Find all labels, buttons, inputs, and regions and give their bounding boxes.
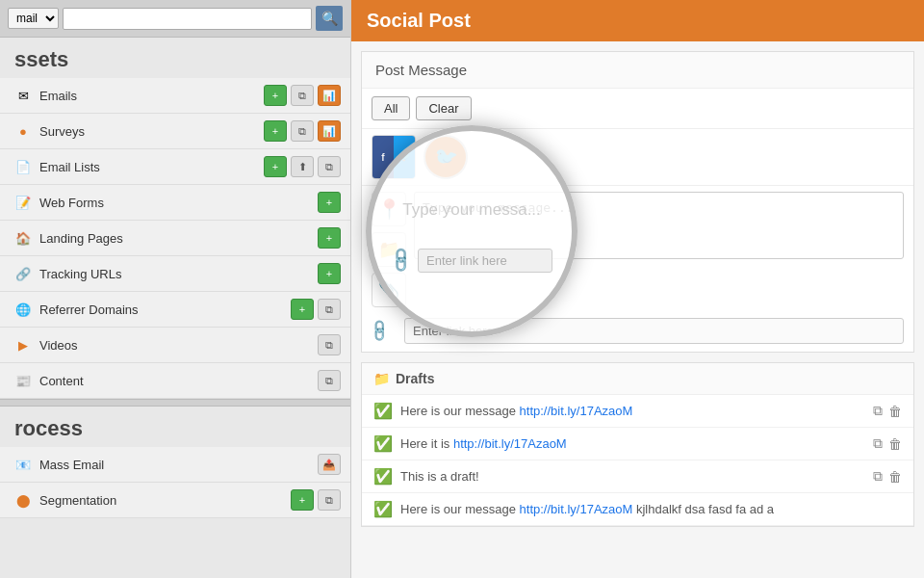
section-divider: [0, 399, 350, 407]
social-icons-column: 📍 📁 📎: [372, 192, 406, 307]
search-button[interactable]: 🔍: [316, 6, 343, 31]
sidebar-item-landing-pages[interactable]: 🏠 Landing Pages +: [0, 221, 350, 256]
sidebar-item-label: Tracking URLs: [39, 267, 318, 281]
sidebar-item-referrer-domains[interactable]: 🌐 Referrer Domains + ⧉: [0, 292, 350, 328]
page-title-bar: Social Post: [351, 0, 924, 41]
sidebar-item-label: Videos: [39, 338, 318, 353]
draft-text: This is a draft!: [400, 469, 865, 484]
sidebar-item-label: Referrer Domains: [39, 302, 291, 317]
sidebar-item-label: Content: [39, 374, 318, 388]
copy-survey-button[interactable]: ⧉: [291, 120, 314, 142]
draft-item: ✅ This is a draft! ⧉ 🗑: [362, 460, 913, 493]
sidebar-item-email-lists[interactable]: 📄 Email Lists + ⬆ ⧉: [0, 149, 350, 185]
sidebar-item-emails[interactable]: ✉ Emails + ⧉ 📊: [0, 78, 350, 114]
sidebar-item-content[interactable]: 📰 Content ⧉: [0, 363, 350, 399]
clear-button[interactable]: Clear: [416, 96, 471, 120]
sidebar-item-segmentation[interactable]: ⬤ Segmentation + ⧉: [0, 483, 350, 518]
chart-email-button[interactable]: 📊: [318, 85, 341, 106]
copy-content-button[interactable]: ⧉: [318, 370, 341, 391]
webform-icon: 📝: [14, 194, 32, 211]
content-panel: Post Message All Clear f 🐦 🐦: [351, 41, 924, 578]
draft-check-icon: ✅: [373, 467, 393, 486]
post-message-toolbar: All Clear: [362, 89, 913, 129]
chart-survey-button[interactable]: 📊: [318, 120, 341, 142]
add-survey-button[interactable]: +: [264, 120, 287, 142]
draft-trash-button[interactable]: 🗑: [888, 435, 902, 452]
link-row: 🔗: [362, 313, 913, 352]
add-segmentation-button[interactable]: +: [291, 489, 314, 511]
sidebar-item-web-forms[interactable]: 📝 Web Forms +: [0, 185, 350, 221]
draft-text: Here it is http://bit.ly/17AzaoM: [400, 436, 865, 451]
search-bar: mail 🔍: [0, 0, 350, 38]
copy-email-button[interactable]: ⧉: [291, 85, 314, 106]
draft-clone-button[interactable]: ⧉: [873, 403, 883, 419]
draft-check-icon: ✅: [373, 402, 393, 420]
social-thumb-fb-tw[interactable]: f 🐦: [372, 135, 416, 179]
draft-trash-button[interactable]: 🗑: [888, 403, 902, 419]
add-referrer-button[interactable]: +: [291, 299, 314, 320]
list-icon: 📄: [14, 158, 32, 175]
add-tracking-button[interactable]: +: [318, 263, 341, 284]
sidebar: mail 🔍 ssets ✉ Emails + ⧉ 📊 ● Surveys + …: [0, 0, 351, 578]
draft-text: Here is our message http://bit.ly/17Azao…: [400, 404, 865, 418]
envelope-icon: ✉: [14, 87, 32, 104]
add-form-button[interactable]: +: [318, 192, 341, 213]
sidebar-item-label: Landing Pages: [39, 231, 318, 246]
draft-text: Here is our message http://bit.ly/17Azao…: [400, 502, 902, 516]
search-input[interactable]: [63, 8, 312, 30]
folder-icon-button[interactable]: 📁: [372, 232, 406, 267]
all-button[interactable]: All: [372, 96, 410, 120]
add-landing-button[interactable]: +: [318, 227, 341, 249]
message-textarea[interactable]: [414, 192, 904, 259]
link-input[interactable]: [404, 318, 904, 344]
copy-list-button[interactable]: ⧉: [318, 156, 341, 177]
content-icon: 📰: [14, 372, 32, 389]
draft-check-icon: ✅: [373, 434, 393, 453]
send-mass-email-button[interactable]: 📤: [318, 454, 341, 475]
social-thumb-orange[interactable]: 🐦: [424, 135, 468, 179]
draft-trash-button[interactable]: 🗑: [888, 468, 902, 485]
search-type-select[interactable]: mail: [8, 8, 59, 29]
text-area-wrapper: [414, 192, 904, 307]
main-content: Social Post Post Message All Clear f 🐦 🐦: [351, 0, 924, 578]
sidebar-item-label: Surveys: [39, 124, 264, 139]
search-icon: 🔍: [321, 11, 338, 26]
survey-icon: ●: [14, 122, 32, 140]
sidebar-item-label: Email Lists: [39, 160, 264, 174]
message-compose-area: 📍 📁 📎: [362, 186, 913, 313]
copy-referrer-button[interactable]: ⧉: [318, 299, 341, 320]
mass-email-icon: 📧: [14, 456, 32, 473]
sidebar-item-label: Mass Email: [39, 458, 318, 472]
drafts-header: 📁 Drafts: [362, 363, 913, 395]
sidebar-item-label: Emails: [39, 89, 264, 103]
sidebar-item-label: Segmentation: [39, 493, 291, 508]
location-icon-button[interactable]: 📍: [372, 192, 406, 226]
social-accounts-row: f 🐦 🐦: [362, 129, 913, 186]
draft-item: ✅ Here is our message http://bit.ly/17Az…: [362, 493, 913, 526]
referrer-icon: 🌐: [14, 301, 32, 318]
copy-segmentation-button[interactable]: ⧉: [318, 489, 341, 511]
add-list-button[interactable]: +: [264, 156, 287, 177]
sidebar-item-surveys[interactable]: ● Surveys + ⧉ 📊: [0, 114, 350, 149]
video-icon: ▶: [14, 336, 32, 354]
drafts-label: Drafts: [396, 371, 434, 386]
add-email-button[interactable]: +: [264, 85, 287, 106]
sidebar-item-videos[interactable]: ▶ Videos ⧉: [0, 328, 350, 363]
sidebar-item-mass-email[interactable]: 📧 Mass Email 📤: [0, 447, 350, 483]
link-icon: 🔗: [366, 311, 404, 350]
assets-header: ssets: [0, 38, 350, 78]
tracking-icon: 🔗: [14, 265, 32, 282]
draft-clone-button[interactable]: ⧉: [873, 435, 883, 452]
post-message-section: Post Message All Clear f 🐦 🐦: [361, 51, 914, 353]
landing-icon: 🏠: [14, 229, 32, 247]
process-header: rocess: [0, 407, 350, 447]
copy-video-button[interactable]: ⧉: [318, 334, 341, 355]
upload-list-button[interactable]: ⬆: [291, 156, 314, 177]
page-title: Social Post: [367, 10, 909, 32]
paperclip-icon-button[interactable]: 📎: [372, 273, 406, 307]
sidebar-item-tracking-urls[interactable]: 🔗 Tracking URLs +: [0, 256, 350, 292]
draft-clone-button[interactable]: ⧉: [873, 468, 883, 485]
drafts-section: 📁 Drafts ✅ Here is our message http://bi…: [361, 362, 914, 527]
draft-check-icon: ✅: [373, 500, 393, 518]
segmentation-icon: ⬤: [14, 491, 32, 509]
